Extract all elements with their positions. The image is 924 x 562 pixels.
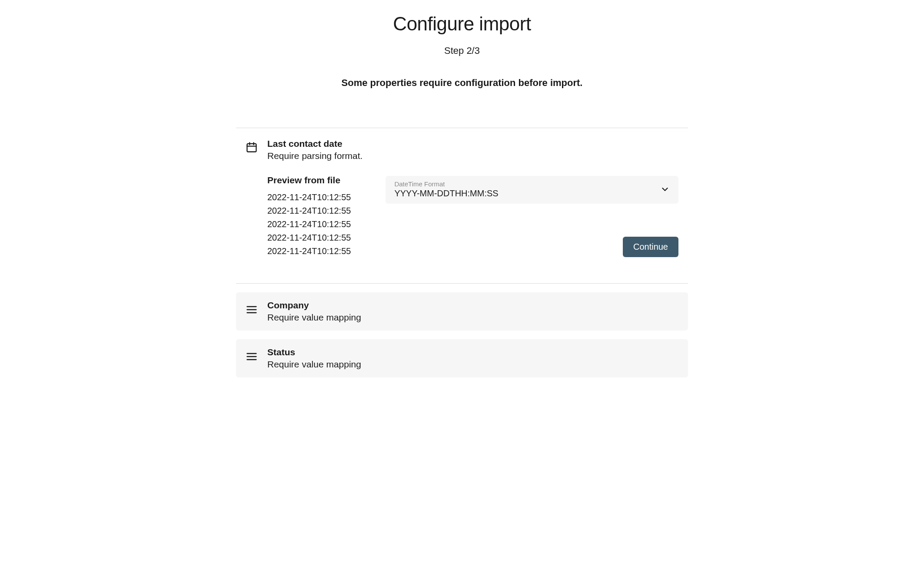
property-section-company[interactable]: Company Require value mapping — [236, 292, 688, 331]
page-subtitle: Some properties require configuration be… — [236, 77, 688, 89]
property-name: Status — [267, 347, 678, 357]
property-header: Last contact date Require parsing format… — [246, 139, 678, 161]
property-name: Company — [267, 300, 678, 311]
svg-rect-0 — [247, 144, 256, 152]
menu-icon — [246, 304, 258, 316]
preview-row: 2022-11-24T10:12:55 — [267, 246, 351, 256]
continue-row: Continue — [386, 237, 678, 257]
property-desc: Require parsing format. — [267, 151, 678, 161]
property-name: Last contact date — [267, 139, 678, 149]
preview-row: 2022-11-24T10:12:55 — [267, 219, 351, 229]
config-column: DateTime Format YYYY-MM-DDTHH:MM:SS Cont… — [386, 175, 678, 257]
select-value: YYYY-MM-DDTHH:MM:SS — [394, 188, 498, 198]
preview-column: Preview from file 2022-11-24T10:12:55 20… — [267, 175, 351, 260]
properties-list: Last contact date Require parsing format… — [236, 128, 688, 377]
divider — [236, 283, 688, 284]
step-indicator: Step 2/3 — [236, 45, 688, 56]
property-section-last-contact-date: Last contact date Require parsing format… — [236, 128, 688, 271]
property-info: Status Require value mapping — [267, 347, 678, 370]
calendar-icon — [246, 141, 258, 153]
continue-button[interactable]: Continue — [623, 237, 678, 257]
property-body: Preview from file 2022-11-24T10:12:55 20… — [246, 175, 678, 260]
chevron-down-icon — [660, 185, 670, 194]
select-label: DateTime Format — [394, 180, 498, 188]
select-text: DateTime Format YYYY-MM-DDTHH:MM:SS — [394, 180, 498, 198]
preview-title: Preview from file — [267, 175, 351, 185]
page-title: Configure import — [236, 13, 688, 35]
preview-row: 2022-11-24T10:12:55 — [267, 192, 351, 202]
preview-row: 2022-11-24T10:12:55 — [267, 206, 351, 216]
property-info: Company Require value mapping — [267, 300, 678, 323]
datetime-format-select[interactable]: DateTime Format YYYY-MM-DDTHH:MM:SS — [386, 176, 678, 204]
preview-row: 2022-11-24T10:12:55 — [267, 233, 351, 243]
property-desc: Require value mapping — [267, 359, 678, 370]
preview-list: 2022-11-24T10:12:55 2022-11-24T10:12:55 … — [267, 192, 351, 256]
property-section-status[interactable]: Status Require value mapping — [236, 339, 688, 377]
property-desc: Require value mapping — [267, 312, 678, 323]
property-info: Last contact date Require parsing format… — [267, 139, 678, 161]
menu-icon — [246, 350, 258, 363]
